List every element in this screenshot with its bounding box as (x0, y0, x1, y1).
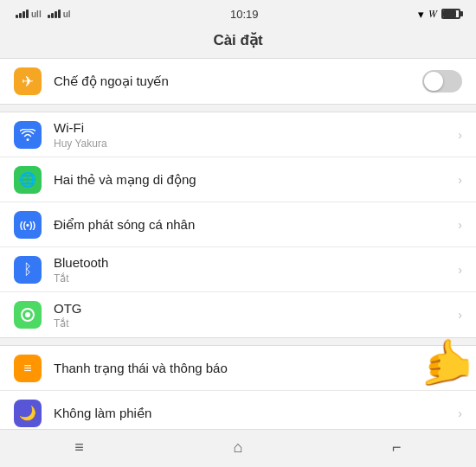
wifi-right: › (458, 128, 462, 142)
signal-bars-1 (16, 10, 29, 18)
airplane-mode-item[interactable]: ✈ Chế độ ngoại tuyến (0, 59, 476, 104)
airplane-right (422, 70, 462, 93)
otg-chevron: › (458, 308, 462, 322)
status-right: ▾ 𝑊 (418, 8, 460, 21)
battery-fill (443, 10, 456, 17)
hotspot-icon: ((•)) (14, 211, 42, 239)
menu-button[interactable]: ≡ (57, 435, 101, 460)
bar1 (16, 15, 18, 18)
sim-title: Hai thẻ và mạng di động (54, 171, 451, 189)
signal-label-2: ul (63, 10, 71, 19)
bar2 (19, 13, 22, 18)
bar3 (23, 11, 25, 18)
notification-right: › (458, 361, 462, 375)
notification-chevron: › (458, 361, 462, 375)
bottom-nav: ≡ ⌂ ⌐ (0, 429, 476, 467)
otg-right: › (458, 308, 462, 322)
dnd-content: Không làm phiền (54, 405, 451, 422)
bluetooth-title: Bluetooth (54, 254, 451, 272)
bar7 (55, 11, 57, 18)
bluetooth-item[interactable]: ᛒ Bluetooth Tắt › (0, 247, 476, 292)
bluetooth-subtitle: Tắt (54, 272, 451, 285)
wifi-status-icon: ▾ (418, 8, 424, 21)
notification-title: Thanh trạng thái và thông báo (54, 360, 451, 377)
sim-content: Hai thẻ và mạng di động (54, 171, 451, 189)
hotspot-right: › (458, 218, 462, 232)
home-button[interactable]: ⌂ (216, 435, 261, 460)
wifi-subtitle: Huy Yakura (54, 138, 451, 150)
wifi-item[interactable]: Wi-Fi Huy Yakura › (0, 112, 476, 157)
wifi-content: Wi-Fi Huy Yakura (54, 119, 451, 150)
otg-subtitle: Tắt (54, 317, 451, 329)
phone-container: ull ul 10:19 ▾ 𝑊 Cài đặt ✈ C (0, 0, 476, 467)
wifi-chevron: › (458, 128, 462, 142)
dnd-chevron: › (458, 406, 462, 420)
bluetooth-content: Bluetooth Tắt (54, 254, 451, 285)
dnd-title: Không làm phiền (54, 405, 451, 422)
bar6 (51, 13, 54, 18)
hotspot-title: Điểm phát sóng cá nhân (54, 216, 451, 234)
bar4 (26, 10, 29, 18)
dnd-icon: 🌙 (14, 400, 42, 427)
bar5 (48, 15, 50, 18)
airplane-toggle[interactable] (422, 70, 462, 93)
hotspot-content: Điểm phát sóng cá nhân (54, 216, 451, 234)
svg-point-1 (25, 312, 30, 317)
status-bar: ull ul 10:19 ▾ 𝑊 (0, 0, 476, 26)
sim-chevron: › (458, 173, 462, 187)
dnd-right: › (458, 406, 462, 420)
settings-section-2: Wi-Fi Huy Yakura › 🌐 Hai thẻ và mạng di … (0, 112, 476, 338)
settings-section-1: ✈ Chế độ ngoại tuyến (0, 58, 476, 105)
notification-content: Thanh trạng thái và thông báo (54, 360, 451, 377)
otg-item[interactable]: OTG Tắt › (0, 292, 476, 337)
notification-icon: ≡ (14, 355, 42, 382)
hotspot-item[interactable]: ((•)) Điểm phát sóng cá nhân › (0, 202, 476, 247)
wifi-icon: 𝑊 (428, 8, 437, 20)
bluetooth-right: › (458, 263, 462, 277)
otg-title: OTG (54, 300, 451, 317)
status-time: 10:19 (230, 8, 259, 21)
signal-bars-2 (48, 10, 61, 18)
signal-label-1: ull (31, 10, 42, 19)
bluetooth-icon: ᛒ (14, 256, 42, 284)
bluetooth-chevron: › (458, 263, 462, 277)
airplane-content: Chế độ ngoại tuyến (54, 73, 415, 90)
hotspot-chevron: › (458, 218, 462, 232)
airplane-title: Chế độ ngoại tuyến (54, 73, 415, 90)
wifi-title: Wi-Fi (54, 119, 451, 137)
otg-item-icon (14, 301, 42, 329)
otg-content: OTG Tắt (54, 300, 451, 330)
dnd-item[interactable]: 🌙 Không làm phiền › (0, 391, 476, 429)
settings-list: ✈ Chế độ ngoại tuyến (0, 58, 476, 429)
wifi-item-icon (14, 121, 42, 149)
status-left: ull ul (16, 10, 71, 19)
sim-right: › (458, 173, 462, 187)
battery-icon (441, 9, 460, 19)
bar8 (58, 10, 61, 18)
settings-section-3: ≡ Thanh trạng thái và thông báo › 🌙 Khôn… (0, 345, 476, 429)
notification-item[interactable]: ≡ Thanh trạng thái và thông báo › (0, 346, 476, 391)
sim-icon: 🌐 (14, 166, 42, 194)
back-button[interactable]: ⌐ (375, 435, 419, 460)
sim-item[interactable]: 🌐 Hai thẻ và mạng di động › (0, 157, 476, 202)
page-title: Cài đặt (0, 26, 476, 58)
airplane-icon: ✈ (14, 67, 42, 95)
